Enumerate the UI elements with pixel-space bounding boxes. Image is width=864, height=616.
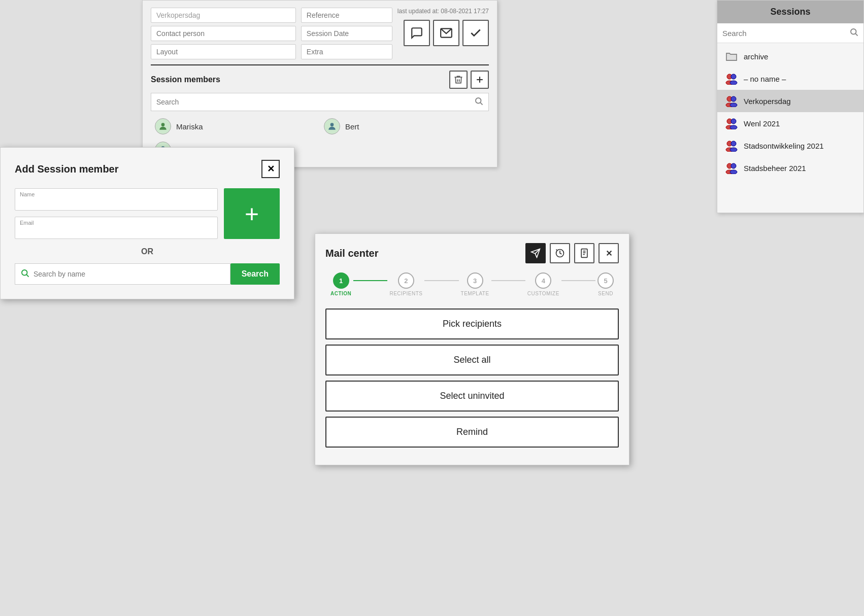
email-button[interactable]	[433, 20, 459, 46]
step-label-2: RECIPIENTS	[389, 291, 422, 296]
history-icon-button[interactable]	[550, 243, 570, 263]
mail-close-button[interactable]: ✕	[599, 243, 619, 263]
wizard-step-3: 3 TEMPLATE	[461, 272, 489, 296]
svg-point-25	[476, 98, 481, 104]
svg-point-13	[730, 125, 737, 129]
check-button[interactable]	[462, 20, 489, 46]
wizard-line-2	[424, 280, 458, 281]
sidebar-item-verkopersdag[interactable]: Verkopersdag	[717, 90, 863, 112]
step-label-1: ACTION	[330, 291, 351, 296]
group-icon-verkopersdag	[724, 94, 739, 108]
mail-center-header: Mail center	[325, 243, 619, 263]
step-circle-1[interactable]: 1	[333, 272, 349, 289]
sessions-list: archive – no name –	[717, 43, 863, 181]
dialog-search-input-wrap	[15, 263, 230, 285]
svg-point-9	[730, 103, 737, 107]
wizard-line-4	[561, 280, 595, 281]
wenl-label: Wenl 2021	[744, 119, 780, 128]
chat-button[interactable]	[404, 20, 430, 46]
email-input-wrap: Email	[15, 217, 218, 239]
sidebar-item-archive[interactable]: archive	[717, 45, 863, 67]
search-by-name-input[interactable]	[34, 265, 225, 283]
svg-point-21	[730, 170, 737, 174]
add-member-button[interactable]	[471, 71, 489, 89]
member-bert: Bert	[320, 116, 489, 136]
sidebar-item-no-name[interactable]: – no name –	[717, 67, 863, 90]
email-label: Email	[20, 220, 34, 226]
step-circle-3[interactable]: 3	[467, 272, 483, 289]
svg-point-27	[161, 123, 165, 126]
svg-point-30	[22, 270, 27, 276]
sessions-panel: Sessions archive	[717, 0, 864, 213]
member-mariska: Mariska	[151, 116, 320, 136]
sessions-search-input[interactable]	[722, 29, 849, 38]
pick-recipients-button[interactable]: Pick recipients	[325, 309, 619, 339]
email-input[interactable]	[15, 217, 218, 239]
svg-point-3	[731, 74, 736, 79]
session-date-input[interactable]	[301, 26, 392, 41]
svg-line-1	[855, 33, 857, 36]
form-right-fields	[301, 8, 392, 59]
group-icon-stadsbeheer	[724, 161, 739, 175]
layout-input[interactable]	[151, 44, 296, 59]
group-icon-no-name	[724, 72, 739, 86]
form-left-fields	[151, 8, 296, 59]
svg-point-15	[731, 141, 736, 146]
wizard-step-5: 5 SEND	[597, 272, 614, 296]
svg-line-26	[480, 102, 482, 105]
sessions-search-bar	[717, 23, 863, 43]
document-icon-button[interactable]	[574, 243, 594, 263]
extra-input[interactable]	[301, 44, 392, 59]
step-circle-4[interactable]: 4	[535, 272, 551, 289]
contact-person-input[interactable]	[151, 26, 296, 41]
group-icon-wenl	[724, 116, 739, 130]
delete-member-button[interactable]	[449, 71, 468, 89]
session-members-section: Session members	[151, 64, 489, 160]
step-circle-2[interactable]: 2	[398, 272, 414, 289]
step-label-3: TEMPLATE	[461, 291, 489, 296]
name-label: Name	[20, 191, 35, 197]
members-search-input[interactable]	[156, 98, 474, 106]
mail-center-title: Mail center	[325, 248, 378, 259]
sidebar-item-wenl[interactable]: Wenl 2021	[717, 112, 863, 134]
send-icon-button[interactable]	[525, 243, 546, 263]
verkopersdag-label: Verkopersdag	[744, 97, 791, 106]
member-avatar-mariska	[155, 118, 171, 134]
wizard-line-3	[491, 280, 525, 281]
svg-point-19	[731, 163, 736, 168]
wizard-step-1: 1 ACTION	[330, 272, 351, 296]
step-circle-5[interactable]: 5	[597, 272, 614, 289]
stadsbeheer-label: Stadsbeheer 2021	[744, 164, 806, 173]
dialog-search-icon	[20, 268, 29, 280]
sidebar-item-stadsontwikkeling[interactable]: Stadsontwikkeling 2021	[717, 134, 863, 157]
group-icon-stadsontwikkeling	[724, 139, 739, 153]
remind-button[interactable]: Remind	[325, 417, 619, 448]
dialog-close-button[interactable]: ✕	[261, 160, 280, 178]
dialog-fields-row: Name Email +	[15, 188, 280, 239]
mail-header-buttons: ✕	[525, 243, 619, 263]
members-action-buttons	[449, 71, 489, 89]
sidebar-item-stadsbeheer[interactable]: Stadsbeheer 2021	[717, 157, 863, 179]
add-member-dialog: Add Session member ✕ Name Email + OR	[0, 147, 294, 299]
add-large-button[interactable]: +	[224, 188, 280, 239]
session-form: last updated at: 08-08-2021 17:27	[142, 0, 497, 167]
step-label-4: CUSTOMIZE	[527, 291, 559, 296]
name-input[interactable]	[15, 188, 218, 211]
search-button[interactable]: Search	[230, 263, 280, 285]
members-header: Session members	[151, 71, 489, 89]
wizard-line-1	[353, 280, 387, 281]
reference-input[interactable]	[301, 8, 392, 23]
select-uninvited-button[interactable]: Select uninvited	[325, 381, 619, 412]
mail-center-dialog: Mail center	[315, 233, 629, 465]
members-title: Session members	[151, 75, 220, 84]
dialog-title: Add Session member	[15, 163, 119, 175]
select-all-button[interactable]: Select all	[325, 345, 619, 375]
session-name-input[interactable]	[151, 8, 296, 23]
form-action-buttons: last updated at: 08-08-2021 17:27	[397, 8, 489, 46]
svg-point-28	[330, 123, 334, 126]
dialog-input-fields: Name Email	[15, 188, 218, 239]
svg-point-7	[731, 96, 736, 101]
sessions-title: Sessions	[717, 1, 863, 23]
last-updated-text: last updated at: 08-08-2021 17:27	[397, 8, 489, 15]
svg-point-5	[730, 81, 737, 85]
